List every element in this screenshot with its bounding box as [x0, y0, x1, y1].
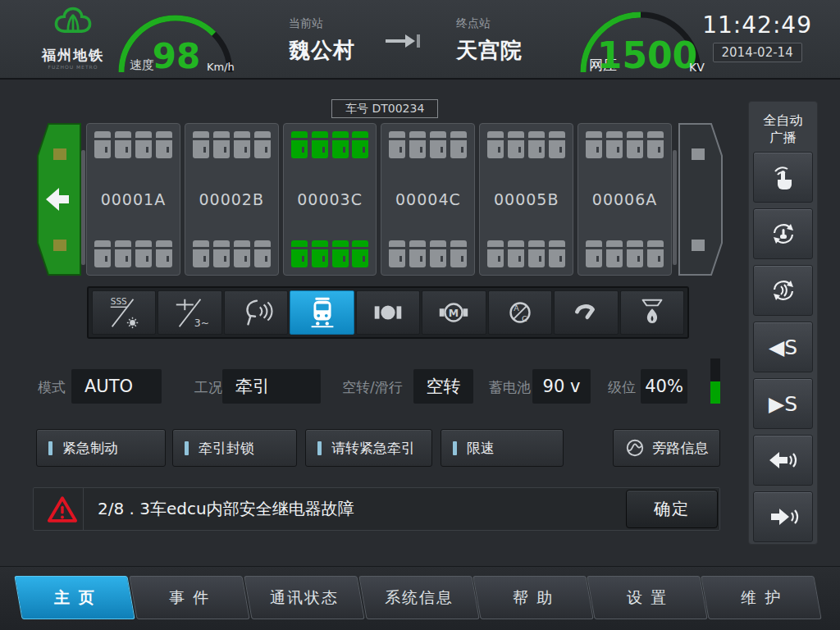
car[interactable]: 00004C — [381, 123, 475, 276]
broadcast-left-button[interactable] — [753, 435, 813, 486]
condition-value: 牵引 — [222, 369, 321, 404]
tab-home-label: 主 页 — [54, 587, 96, 609]
motor-button[interactable]: M — [422, 290, 486, 335]
hook-icon — [568, 294, 604, 331]
tab-events[interactable]: 事 件 — [129, 576, 249, 619]
tab-maintenance[interactable]: 维 护 — [701, 576, 821, 619]
touch-broadcast-button[interactable] — [753, 152, 813, 203]
emergency-brake-label: 紧急制动 — [62, 439, 118, 458]
arrow-right-sound-icon — [767, 505, 800, 528]
tab-comm-status[interactable]: 通讯状态 — [244, 576, 364, 619]
confirm-button[interactable]: 确定 — [626, 490, 718, 528]
station-forward-button[interactable]: ▶S — [753, 378, 813, 429]
metro-logo-icon — [49, 5, 97, 46]
status-marker — [48, 441, 52, 455]
emergency-brake-button[interactable]: 紧急制动 — [36, 429, 166, 467]
train-view-button[interactable] — [290, 290, 354, 335]
terminal-station: 终点站 天宫院 — [456, 16, 523, 65]
door-indicator — [352, 131, 368, 158]
door-indicator — [487, 240, 504, 267]
door-indicator — [487, 131, 504, 158]
condition-label: 工况 — [194, 378, 222, 397]
station-back-label: ◀S — [769, 336, 797, 359]
car[interactable]: 00002B — [185, 123, 279, 276]
door-indicator — [193, 240, 209, 267]
door-row-bottom — [193, 240, 271, 267]
traction-lock-label: 牵引封锁 — [199, 439, 254, 458]
door-indicator — [430, 240, 446, 267]
broadcast-right-button[interactable] — [753, 491, 813, 542]
car-label: 00002B — [193, 190, 271, 208]
speed-unit: Km/h — [207, 61, 235, 73]
broadcast-title-line2: 广播 — [749, 129, 817, 146]
mode-value: AUTO — [71, 369, 162, 404]
door-indicator — [508, 240, 524, 267]
door-indicator — [549, 240, 565, 267]
door-indicator — [156, 131, 172, 158]
car[interactable]: 00005B — [479, 123, 573, 276]
auto-audio-cycle-button[interactable] — [753, 265, 813, 316]
train-hmi-screen: 福州地铁 FUZHOU METRO 速度 98 Km/h 当前站 魏公村 终点站… — [0, 0, 840, 630]
car-label: 00004C — [389, 190, 467, 208]
auto-touch-cycle-button[interactable] — [753, 208, 813, 259]
breaker-3ac-icon: 3~ — [172, 294, 208, 331]
coupler-button[interactable] — [356, 290, 420, 335]
tab-settings[interactable]: 设 置 — [587, 576, 707, 619]
hook-button[interactable] — [554, 290, 618, 335]
door-indicator — [254, 131, 271, 158]
fire-alarm-button[interactable] — [620, 290, 684, 335]
bypass-info-label: 旁路信息 — [653, 439, 709, 458]
fire-alarm-icon — [634, 294, 670, 331]
bypass-info-button[interactable]: 旁路信息 — [613, 429, 720, 467]
door-indicator — [409, 240, 426, 267]
tab-system-info[interactable]: 系统信息 — [358, 576, 479, 619]
door-indicator — [586, 131, 602, 158]
compressor-button[interactable]: A C — [488, 290, 552, 335]
car[interactable]: 00001A — [86, 123, 180, 276]
traction-lock-button[interactable]: 牵引封锁 — [172, 429, 297, 467]
clock: 11:42:49 2014-02-14 — [702, 11, 812, 62]
door-indicator — [528, 131, 545, 158]
alarm-message: 2/8 . 3车edcu内部安全继电器故障 — [98, 488, 354, 530]
car[interactable]: 00006A — [578, 123, 672, 276]
door-row-bottom — [291, 240, 369, 267]
door-row-bottom — [487, 240, 565, 267]
gangway-connector — [81, 150, 85, 265]
battery-label: 蓄电池 — [489, 378, 531, 397]
car[interactable]: 00003C — [283, 123, 377, 276]
door-indicator — [135, 131, 152, 158]
door-indicator — [586, 240, 602, 267]
time-display: 11:42:49 — [702, 11, 812, 39]
station-back-button[interactable]: ◀S — [753, 322, 813, 372]
tab-home[interactable]: 主 页 — [14, 576, 135, 619]
emergency-traction-button[interactable]: 请转紧急牵引 — [305, 429, 432, 467]
alarm-bar: 2/8 . 3车edcu内部安全继电器故障 确定 — [33, 487, 720, 531]
status-marker — [453, 441, 457, 455]
arrow-left-sound-icon — [767, 449, 800, 472]
car-label: 00006A — [586, 190, 664, 208]
door-indicator — [94, 240, 111, 267]
door-indicator — [254, 240, 271, 267]
pantograph-lighting-icon: SSS — [106, 294, 142, 331]
mode-label: 模式 — [38, 378, 66, 397]
announcement-button[interactable] — [224, 290, 288, 335]
tab-comm-status-label: 通讯状态 — [270, 587, 339, 609]
tab-system-info-label: 系统信息 — [385, 587, 454, 609]
battery-value: 90 v — [532, 369, 591, 404]
door-indicator — [193, 131, 209, 158]
door-row-top — [487, 131, 565, 158]
door-indicator — [312, 240, 328, 267]
door-indicator — [389, 240, 405, 267]
train-head-left — [37, 123, 81, 276]
tab-maintenance-label: 维 护 — [741, 587, 782, 609]
door-indicator — [352, 240, 368, 267]
tab-help[interactable]: 帮 助 — [472, 576, 593, 619]
speed-limit-button[interactable]: 限速 — [441, 429, 564, 467]
speed-gauge: 速度 98 Km/h — [115, 7, 238, 77]
svg-text:3~: 3~ — [194, 317, 208, 329]
breaker-3ac-button[interactable]: 3~ — [158, 290, 221, 335]
pantograph-lighting-button[interactable]: SSS — [92, 290, 156, 335]
bottom-nav: 主 页 事 件 通讯状态 系统信息 帮 助 设 置 维 护 — [0, 566, 840, 630]
train-cars: 00001A 00002B 00003C 00004C 00005B 00006… — [86, 123, 672, 276]
door-indicator — [234, 131, 250, 158]
